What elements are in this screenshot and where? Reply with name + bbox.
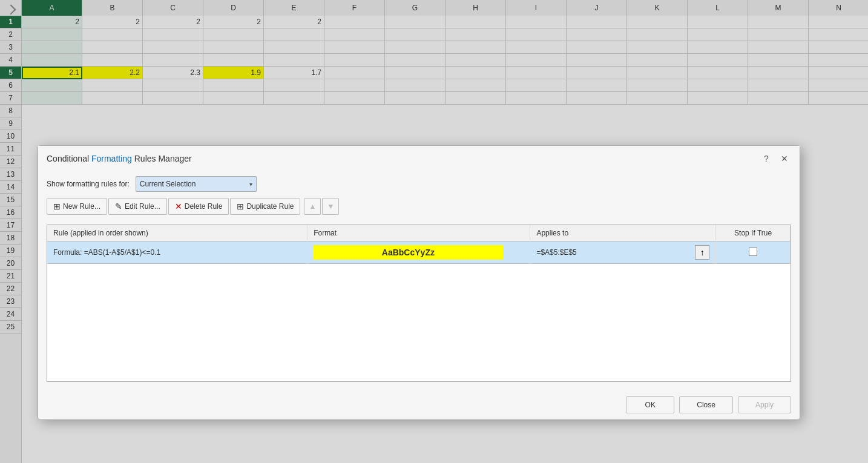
- edit-rule-label: Edit Rule...: [125, 202, 160, 211]
- col-rule-header: Rule (applied in order shown): [47, 225, 307, 241]
- apply-button[interactable]: Apply: [738, 396, 791, 413]
- dialog-footer: OK Close Apply: [38, 390, 800, 419]
- dialog-overlay: Conditional Formatting Rules Manager ? ✕…: [0, 0, 868, 463]
- col-format-header: Format: [307, 225, 530, 241]
- range-select-button[interactable]: ↑: [695, 245, 709, 260]
- rule-formula-cell: Formula: =ABS(1-A$5/A$1)<=0.1: [47, 241, 307, 264]
- move-down-button[interactable]: ▼: [322, 198, 339, 215]
- show-rules-row: Show formatting rules for: Current Selec…: [47, 176, 791, 192]
- delete-rule-button[interactable]: ✕ Delete Rule: [168, 198, 229, 215]
- rules-table-container: Rule (applied in order shown) Format App…: [47, 225, 791, 382]
- show-rules-value: Current Selection: [140, 180, 246, 188]
- edit-rule-button[interactable]: ✎ Edit Rule...: [108, 198, 167, 215]
- applies-to-range: =$A$5:$E$5: [536, 248, 692, 257]
- show-rules-dropdown[interactable]: Current Selection ▾: [136, 176, 257, 192]
- duplicate-rule-button[interactable]: ⊞ Duplicate Rule: [230, 198, 300, 215]
- dialog-title-blue: Formatting: [91, 154, 132, 163]
- duplicate-rule-label: Duplicate Rule: [246, 202, 294, 211]
- new-rule-icon: ⊞: [53, 202, 61, 211]
- stop-if-true-cell[interactable]: [716, 241, 791, 264]
- show-rules-label: Show formatting rules for:: [47, 180, 130, 188]
- rules-table: Rule (applied in order shown) Format App…: [47, 225, 791, 264]
- rule-format-cell: AaBbCcYyZz: [307, 241, 530, 264]
- edit-rule-icon: ✎: [115, 202, 122, 211]
- rule-applies-to-cell: =$A$5:$E$5 ↑: [530, 241, 716, 264]
- dialog-titlebar: Conditional Formatting Rules Manager ? ✕: [38, 146, 800, 170]
- rules-table-header: Rule (applied in order shown) Format App…: [47, 225, 791, 241]
- help-button[interactable]: ?: [760, 152, 773, 165]
- new-rule-button[interactable]: ⊞ New Rule...: [47, 198, 107, 215]
- close-x-button[interactable]: ✕: [778, 152, 791, 165]
- close-button[interactable]: Close: [679, 396, 733, 413]
- dialog-title-suffix: Rules Manager: [132, 154, 192, 163]
- format-preview: AaBbCcYyZz: [314, 245, 503, 260]
- table-row[interactable]: Formula: =ABS(1-A$5/A$1)<=0.1 AaBbCcYyZz…: [47, 241, 791, 264]
- stop-if-true-checkbox[interactable]: [749, 248, 757, 256]
- duplicate-rule-icon: ⊞: [237, 202, 244, 211]
- delete-rule-icon: ✕: [175, 202, 182, 211]
- col-applies-to-header: Applies to: [530, 225, 716, 241]
- ok-button[interactable]: OK: [626, 396, 674, 413]
- dialog-controls: ? ✕: [760, 152, 791, 165]
- new-rule-label: New Rule...: [63, 202, 100, 211]
- dialog-body: Show formatting rules for: Current Selec…: [38, 170, 800, 390]
- dialog-title-prefix: Conditional: [47, 154, 91, 163]
- chevron-down-icon: ▾: [249, 181, 252, 188]
- dialog-title: Conditional Formatting Rules Manager: [47, 154, 192, 163]
- conditional-formatting-dialog: Conditional Formatting Rules Manager ? ✕…: [38, 145, 800, 420]
- applies-to-container: =$A$5:$E$5 ↑: [536, 245, 709, 260]
- move-up-button[interactable]: ▲: [304, 198, 321, 215]
- rules-toolbar: ⊞ New Rule... ✎ Edit Rule... ✕ Delete Ru…: [47, 198, 791, 220]
- col-stop-if-true-header: Stop If True: [716, 225, 791, 241]
- delete-rule-label: Delete Rule: [185, 202, 223, 211]
